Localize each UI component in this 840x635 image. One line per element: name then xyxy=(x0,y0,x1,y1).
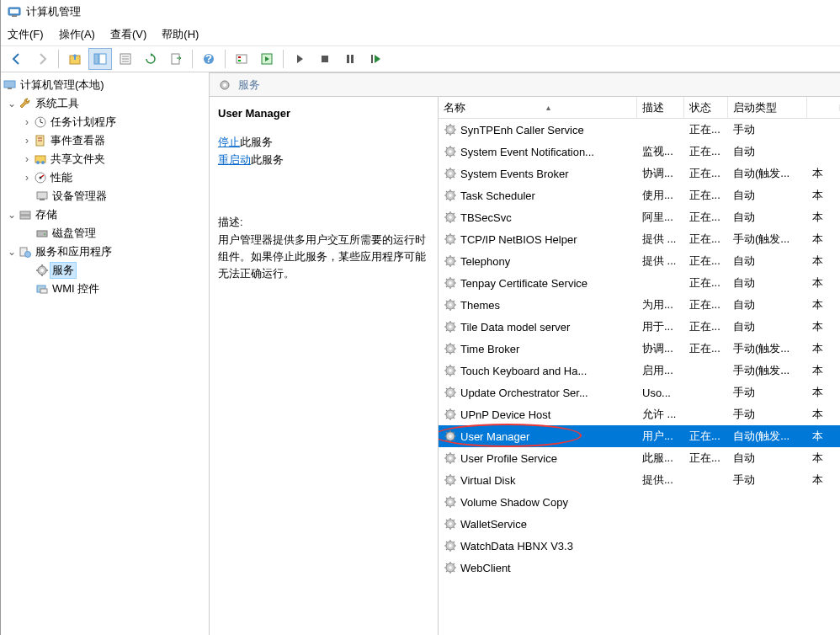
start-service-button[interactable] xyxy=(288,48,311,70)
menu-view[interactable]: 查看(V) xyxy=(110,27,146,42)
service-row[interactable]: UPnP Device Host允许 ...手动本 xyxy=(439,403,840,425)
service-row[interactable]: WatchData HBNX V3.3 xyxy=(439,535,840,557)
service-row[interactable]: SynTPEnh Caller Service正在...手动 xyxy=(439,119,840,141)
pause-service-button[interactable] xyxy=(338,48,362,70)
tree-disk-management[interactable]: 磁盘管理 xyxy=(1,224,209,243)
service-status-cell xyxy=(684,478,728,483)
restart-link[interactable]: 重启动 xyxy=(218,153,251,166)
export-button[interactable] xyxy=(164,48,188,70)
service-row[interactable]: Update Orchestrator Ser...Uso...手动本 xyxy=(439,382,840,403)
svg-line-249 xyxy=(454,549,455,551)
svg-point-243 xyxy=(449,544,452,547)
svg-line-168 xyxy=(446,366,448,368)
tree-performance[interactable]: › 性能 xyxy=(1,168,209,187)
service-desc-cell xyxy=(637,565,684,570)
tree-device-manager[interactable]: 设备管理器 xyxy=(1,187,209,205)
svg-line-108 xyxy=(446,235,448,237)
svg-point-93 xyxy=(449,216,452,219)
column-logon[interactable] xyxy=(807,104,840,111)
tree-panel[interactable]: 计算机管理(本地) ⌄ 系统工具 › 任务计划程序 › 事件查看器 › 共享文件… xyxy=(1,72,210,635)
service-desc-cell: Uso... xyxy=(637,384,684,402)
tree-services[interactable]: 服务 xyxy=(1,261,209,280)
service-row[interactable]: Volume Shadow Copy xyxy=(439,491,840,513)
collapse-icon[interactable]: ⌄ xyxy=(6,246,18,258)
service-row[interactable]: TCP/IP NetBIOS Helper提供 ...正在...手动(触发...… xyxy=(439,228,840,250)
gear-icon xyxy=(444,495,457,509)
show-hide-tree-button[interactable] xyxy=(88,48,112,70)
menu-file[interactable]: 文件(F) xyxy=(8,27,44,42)
list-body[interactable]: SynTPEnh Caller Service正在...手动System Eve… xyxy=(439,119,840,635)
service-row[interactable]: Tenpay Certificate Service正在...自动本 xyxy=(439,272,840,294)
expand-icon[interactable]: › xyxy=(21,172,33,184)
service-row[interactable]: Virtual Disk提供...手动本 xyxy=(439,469,840,491)
tree-storage[interactable]: ⌄ 存储 xyxy=(1,205,209,224)
tree-wmi[interactable]: WMI 控件 xyxy=(1,280,209,298)
service-row[interactable]: Task Scheduler使用...正在...自动本 xyxy=(439,184,840,206)
stop-link[interactable]: 停止 xyxy=(218,136,240,148)
column-status[interactable]: 状态 xyxy=(684,97,728,119)
service-row[interactable]: TBSecSvc阿里...正在...自动本 xyxy=(439,206,840,228)
column-desc[interactable]: 描述 xyxy=(637,97,684,119)
service-desc-cell: 协调... xyxy=(637,339,684,359)
svg-rect-18 xyxy=(347,55,349,63)
svg-line-129 xyxy=(454,286,455,288)
menu-help[interactable]: 帮助(H) xyxy=(162,27,199,42)
properties-button[interactable] xyxy=(114,48,137,70)
tree-task-scheduler[interactable]: › 任务计划程序 xyxy=(1,113,209,131)
collapse-icon[interactable]: ⌄ xyxy=(6,98,18,109)
svg-line-169 xyxy=(454,374,455,376)
svg-rect-20 xyxy=(371,55,373,63)
forward-button[interactable] xyxy=(30,48,54,70)
service-name-cell: Themes xyxy=(460,299,500,312)
service-row[interactable]: Telephony提供 ...正在...自动本 xyxy=(439,250,840,272)
tree-system-tools[interactable]: ⌄ 系统工具 xyxy=(1,94,209,113)
svg-point-31 xyxy=(41,161,45,164)
expand-icon[interactable]: › xyxy=(21,135,33,147)
service-desc-cell xyxy=(637,280,684,285)
svg-line-60 xyxy=(446,133,448,135)
menu-action[interactable]: 操作(A) xyxy=(59,27,95,42)
action-button[interactable] xyxy=(255,48,279,70)
service-desc-cell: 提供... xyxy=(637,470,684,490)
filter-button[interactable] xyxy=(230,48,253,70)
service-row[interactable]: Themes为用...正在...自动本 xyxy=(439,294,840,316)
service-row[interactable]: Time Broker协调...正在...手动(触发...本 xyxy=(439,338,840,360)
svg-point-113 xyxy=(449,259,452,263)
svg-point-233 xyxy=(449,522,452,526)
up-button[interactable] xyxy=(63,48,87,70)
stop-service-button[interactable] xyxy=(313,48,337,70)
svg-rect-14 xyxy=(238,56,241,58)
tree-shared-folders[interactable]: › 共享文件夹 xyxy=(1,150,209,168)
app-icon xyxy=(8,5,21,19)
service-startup-cell: 自动(触发... xyxy=(728,426,807,446)
service-row[interactable]: Touch Keyboard and Ha...启用...手动(触发...本 xyxy=(439,360,840,382)
tree-event-viewer[interactable]: › 事件查看器 xyxy=(1,131,209,150)
expand-icon[interactable]: › xyxy=(21,116,33,128)
service-row[interactable]: WalletService xyxy=(439,513,840,535)
service-row[interactable]: User Manager用户...正在...自动(触发...本 xyxy=(439,425,840,447)
service-row[interactable]: System Event Notification...监视...正在...自动 xyxy=(439,141,840,163)
service-row[interactable]: User Profile Service此服...正在...自动本 xyxy=(439,447,840,469)
service-row[interactable]: System Events Broker协调...正在...自动(触发...本 xyxy=(439,163,840,184)
svg-line-158 xyxy=(446,344,448,346)
svg-line-141 xyxy=(454,301,455,302)
svg-line-68 xyxy=(446,147,448,149)
tree-root[interactable]: 计算机管理(本地) xyxy=(1,76,209,94)
refresh-button[interactable] xyxy=(139,48,162,70)
restart-service-button[interactable] xyxy=(364,48,387,70)
collapse-icon[interactable]: ⌄ xyxy=(6,209,18,221)
svg-rect-37 xyxy=(20,216,30,219)
service-row[interactable]: WebClient xyxy=(439,557,840,579)
column-name[interactable]: 名称▴ xyxy=(439,97,637,119)
back-button[interactable] xyxy=(5,48,29,70)
expand-icon[interactable]: › xyxy=(21,153,33,165)
tree-services-apps[interactable]: ⌄ 服务和应用程序 xyxy=(1,243,209,261)
service-name-cell: Time Broker xyxy=(460,343,519,355)
svg-point-41 xyxy=(25,252,31,258)
svg-point-223 xyxy=(449,500,452,504)
service-startup-cell: 手动(触发... xyxy=(728,339,807,359)
service-startup-cell: 自动 xyxy=(728,317,807,337)
column-startup[interactable]: 启动类型 xyxy=(728,97,807,119)
help-button[interactable]: ? xyxy=(197,48,221,70)
service-row[interactable]: Tile Data model server用于...正在...自动本 xyxy=(439,316,840,338)
